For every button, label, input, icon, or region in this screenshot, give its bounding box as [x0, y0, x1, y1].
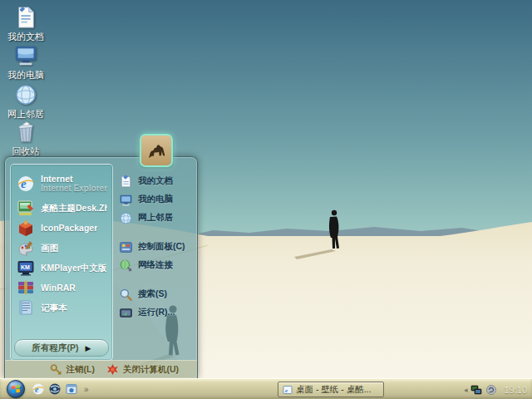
zhuoku-theme-icon	[16, 198, 36, 218]
log-off-key-icon	[50, 363, 62, 376]
task-button-label: 桌面 - 壁纸 - 桌酷...	[296, 384, 371, 396]
start-menu-item-label: IconPackager	[41, 223, 97, 233]
start-menu-item-notepad[interactable]: 记事本	[14, 298, 109, 318]
start-menu-item-paint[interactable]: 画图	[14, 238, 109, 258]
start-menu-item-iconpackager[interactable]: IconPackager	[14, 218, 109, 238]
tray-network-icon[interactable]	[470, 384, 482, 396]
all-programs-button[interactable]: 所有程序(P) ▶	[14, 339, 109, 357]
start-button[interactable]	[7, 380, 25, 398]
desktop-icon-network-places[interactable]: 网上邻居	[0, 82, 52, 121]
person-head	[332, 210, 337, 215]
places-group: 我的文档 我的电脑 网上邻居	[116, 172, 199, 227]
svg-text:e: e	[285, 387, 288, 394]
run-icon	[119, 306, 133, 320]
svg-text:e: e	[21, 177, 27, 190]
task-window-icon: e	[283, 385, 293, 395]
start-menu-item-search[interactable]: 搜索(S)	[116, 285, 199, 303]
desktop-icon-label: 网上邻居	[7, 108, 44, 121]
desktop: 我的文档 我的电脑 网上邻居 回收站	[0, 0, 532, 399]
start-menu-item-my-documents[interactable]: 我的文档	[116, 172, 199, 190]
recycle-bin-icon	[13, 120, 38, 145]
my-documents-icon	[13, 5, 38, 30]
start-menu-item-label: 桌酷主题Desk.ZhuoKu.Com	[41, 203, 107, 213]
start-menu-right-panel: 我的文档 我的电脑 网上邻居	[116, 157, 199, 360]
my-computer-icon	[13, 43, 38, 68]
turn-off-button[interactable]: 关闭计算机(U)	[106, 363, 179, 376]
start-menu-item-zhuoku-theme[interactable]: 桌酷主题Desk.ZhuoKu.Com	[14, 198, 109, 218]
task-button[interactable]: e 桌面 - 壁纸 - 桌酷...	[278, 382, 384, 397]
desktop-icon-my-documents[interactable]: 我的文档	[0, 5, 52, 43]
start-menu-item-network-places[interactable]: 网上邻居	[116, 209, 199, 227]
tray-clock[interactable]: 19:10	[504, 385, 527, 395]
start-menu-item-label: 我的文档	[138, 175, 173, 187]
internet-explorer-icon: e	[16, 174, 36, 194]
desktop-icon-my-computer[interactable]: 我的电脑	[0, 43, 52, 81]
all-programs-arrow-icon: ▶	[86, 344, 91, 352]
network-places-small-icon	[119, 211, 133, 225]
tray-collapse-chevron[interactable]: ◂	[464, 386, 468, 394]
start-menu-item-label: 我的电脑	[138, 194, 173, 205]
my-computer-small-icon	[119, 193, 133, 207]
quick-launch-bar: e »	[32, 382, 89, 396]
start-menu-footer: 注销(L) 关闭计算机(U)	[5, 360, 197, 378]
actions-group: 搜索(S) 运行(R)...	[116, 285, 199, 322]
start-menu-item-control-panel[interactable]: 控制面板(C)	[116, 238, 199, 256]
start-menu-item-label: 网络连接	[138, 259, 173, 271]
start-menu-item-label: 画图	[41, 243, 58, 253]
start-menu-item-label: 网上邻居	[138, 212, 173, 224]
all-programs-label: 所有程序(P)	[32, 342, 79, 354]
start-menu-item-label: 记事本	[41, 303, 67, 313]
quick-launch-browser-icon[interactable]	[65, 382, 78, 396]
windows-orb-icon	[7, 380, 25, 398]
start-menu-item-label: KMPlayer中文版	[41, 263, 106, 273]
search-icon	[119, 288, 133, 302]
desktop-icon-label: 我的电脑	[7, 69, 44, 81]
start-menu: e Internet Internet Explorer 桌酷主题Desk.Zh…	[4, 156, 198, 378]
start-menu-item-winrar[interactable]: WinRAR	[14, 278, 109, 298]
notepad-icon	[16, 298, 36, 318]
my-documents-small-icon	[119, 175, 133, 189]
network-connections-icon	[119, 259, 133, 273]
start-menu-item-sublabel: Internet Explorer	[41, 184, 107, 194]
start-menu-item-label: Internet Internet Explorer	[41, 174, 107, 194]
taskbar: e » e 桌面 - 壁纸 - 桌酷... ◂ 19:10	[0, 378, 532, 399]
start-menu-item-label: 控制面板(C)	[138, 241, 185, 253]
system-tray: ◂ 19:10	[464, 379, 529, 399]
start-menu-item-internet[interactable]: e Internet Internet Explorer	[14, 170, 109, 198]
quick-launch-ie-icon[interactable]: e	[32, 382, 45, 396]
winrar-icon	[16, 278, 36, 298]
start-menu-item-label: WinRAR	[41, 283, 76, 293]
paint-icon	[16, 238, 36, 258]
start-menu-item-my-computer[interactable]: 我的电脑	[116, 190, 199, 209]
svg-text:KM: KM	[21, 264, 30, 270]
start-menu-item-network-connections[interactable]: 网络连接	[116, 256, 199, 274]
svg-text:e: e	[35, 385, 39, 394]
turn-off-icon	[106, 363, 119, 376]
log-off-label: 注销(L)	[66, 364, 95, 376]
desktop-icon-label: 我的文档	[7, 31, 44, 43]
turn-off-label: 关闭计算机(U)	[123, 364, 179, 376]
desktop-icon-recycle-bin[interactable]: 回收站	[0, 120, 52, 158]
kmplayer-icon: KM	[16, 258, 36, 278]
start-menu-item-label: 运行(R)...	[138, 307, 175, 318]
control-panel-icon	[119, 240, 133, 254]
network-places-icon	[13, 82, 38, 107]
iconpackager-icon	[16, 218, 36, 238]
quick-launch-globe-icon[interactable]	[48, 382, 62, 396]
settings-group: 控制面板(C) 网络连接	[116, 238, 199, 274]
start-menu-item-label: 搜索(S)	[138, 288, 167, 300]
start-menu-left-panel: e Internet Internet Explorer 桌酷主题Desk.Zh…	[10, 164, 113, 361]
start-menu-item-kmplayer[interactable]: KM KMPlayer中文版	[14, 258, 109, 278]
tray-update-icon[interactable]	[485, 384, 497, 396]
start-menu-item-run[interactable]: 运行(R)...	[116, 303, 199, 322]
quick-launch-overflow-chevron[interactable]: »	[84, 385, 89, 394]
log-off-button[interactable]: 注销(L)	[50, 363, 95, 376]
